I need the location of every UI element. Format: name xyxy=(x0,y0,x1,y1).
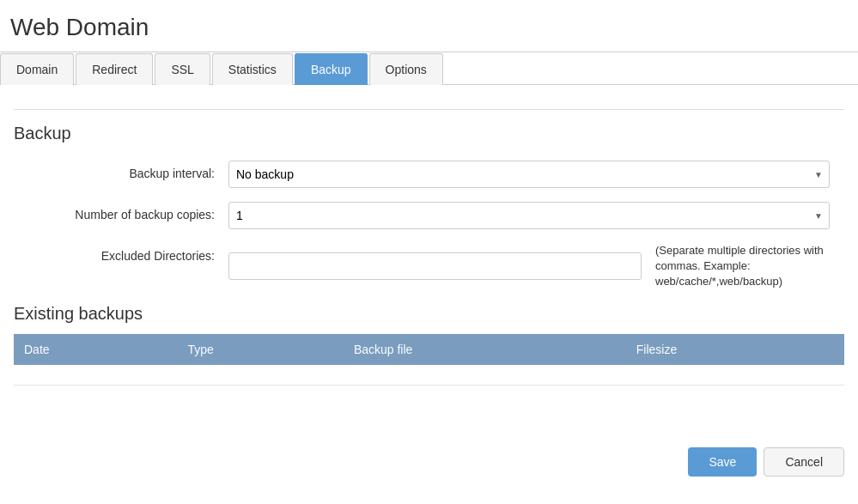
backup-interval-row: Backup interval: No backup Daily Weekly … xyxy=(14,161,844,188)
page-title: Web Domain xyxy=(10,14,848,41)
col-type: Type xyxy=(178,334,344,365)
tab-redirect[interactable]: Redirect xyxy=(76,53,153,85)
col-backup-file: Backup file xyxy=(344,334,626,365)
empty-cell-4 xyxy=(626,365,844,386)
excluded-dirs-label: Excluded Directories: xyxy=(14,243,228,263)
backup-copies-control: 1 2 3 5 10 xyxy=(228,202,844,229)
tab-options[interactable]: Options xyxy=(369,53,443,85)
table-empty-row xyxy=(14,365,844,386)
excluded-dirs-input[interactable] xyxy=(228,252,642,280)
backup-interval-label: Backup interval: xyxy=(14,161,228,180)
tab-ssl[interactable]: SSL xyxy=(155,53,210,85)
section-divider xyxy=(14,109,844,110)
tab-backup[interactable]: Backup xyxy=(295,53,368,85)
backup-interval-select[interactable]: No backup Daily Weekly Monthly xyxy=(228,161,830,188)
backups-table: Date Type Backup file Filesize xyxy=(14,334,844,386)
content-area: Backup Backup interval: No backup Daily … xyxy=(0,85,858,420)
save-button[interactable]: Save xyxy=(688,447,757,477)
empty-cell-2 xyxy=(178,365,344,386)
tab-domain[interactable]: Domain xyxy=(0,53,74,85)
empty-cell-3 xyxy=(344,365,626,386)
cancel-button[interactable]: Cancel xyxy=(764,447,844,477)
backup-copies-select-wrapper: 1 2 3 5 10 xyxy=(228,202,830,229)
backup-section-title: Backup xyxy=(14,124,844,143)
excluded-dirs-row: Excluded Directories: (Separate multiple… xyxy=(14,243,844,290)
action-bar: Save Cancel xyxy=(0,437,858,487)
col-filesize: Filesize xyxy=(626,334,844,365)
excluded-dirs-control: (Separate multiple directories with comm… xyxy=(228,243,844,290)
backup-copies-select[interactable]: 1 2 3 5 10 xyxy=(228,202,830,229)
backup-copies-row: Number of backup copies: 1 2 3 5 10 xyxy=(14,202,844,229)
existing-backups-title: Existing backups xyxy=(14,304,844,324)
tabs-bar: Domain Redirect SSL Statistics Backup Op… xyxy=(0,52,858,85)
backup-interval-control: No backup Daily Weekly Monthly xyxy=(228,161,844,188)
col-date: Date xyxy=(14,334,178,365)
backup-copies-label: Number of backup copies: xyxy=(14,202,228,222)
table-header-row: Date Type Backup file Filesize xyxy=(14,334,844,365)
tab-statistics[interactable]: Statistics xyxy=(212,53,293,85)
backup-interval-select-wrapper: No backup Daily Weekly Monthly xyxy=(228,161,830,188)
empty-cell-1 xyxy=(14,365,178,386)
excluded-dirs-hint: (Separate multiple directories with comm… xyxy=(655,243,844,290)
